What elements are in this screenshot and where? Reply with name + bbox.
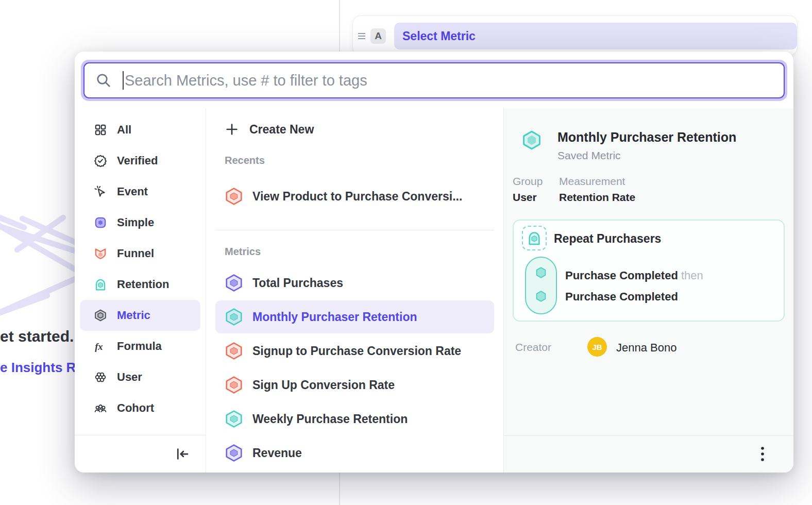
cohort-people-icon (94, 401, 107, 415)
detail-subtitle: Saved Metric (557, 149, 621, 162)
simple-metric-icon (94, 216, 107, 229)
search-icon (96, 73, 111, 88)
sidebar-item-cohort[interactable]: Cohort (75, 393, 206, 424)
retention-metric-hexagon-icon (225, 308, 243, 326)
sidebar-item-label: Cohort (117, 401, 154, 415)
screen: et started. e Insights Re A Select Metri… (0, 0, 812, 505)
creator-avatar: JB (587, 337, 607, 357)
recent-metric-item[interactable]: View Product to Purchase Conversi... (215, 181, 494, 211)
list-divider (215, 230, 494, 230)
metric-item-monthly-purchaser-retention[interactable]: Monthly Purchaser Retention (215, 300, 494, 333)
sidebar-item-label: All (117, 123, 131, 137)
collapse-icon (175, 446, 190, 462)
event-hexagon-icon (534, 266, 548, 279)
create-new-label: Create New (249, 123, 314, 137)
kebab-menu-icon (760, 446, 765, 463)
select-metric-button[interactable]: Select Metric (394, 23, 797, 49)
retention-metric-hexagon-icon (225, 410, 243, 428)
detail-meta: Group User Measurement Retention Rate (513, 175, 635, 204)
metric-picker-modal: All Verified Event (75, 52, 793, 473)
metric-list-column: Create New Recents View Product to Purch… (206, 108, 504, 473)
retention-metric-icon (520, 129, 543, 152)
sidebar-item-verified[interactable]: Verified (75, 145, 206, 176)
card-title: Repeat Purchasers (554, 232, 661, 246)
metrics-section-title: Metrics (225, 246, 503, 259)
formula-icon: fx (94, 340, 107, 353)
sidebar-item-label: Metric (117, 309, 150, 322)
group-label: Group (513, 175, 559, 188)
select-metric-label: Select Metric (402, 29, 476, 43)
sidebar-item-all[interactable]: All (75, 114, 206, 145)
sidebar-item-simple[interactable]: Simple (75, 207, 206, 238)
filter-sidebar: All Verified Event (75, 108, 206, 473)
user-cluster-icon (94, 371, 107, 384)
drag-handle-icon[interactable] (357, 31, 366, 41)
sidebar-item-retention[interactable]: Retention (75, 269, 206, 300)
search-input[interactable] (125, 72, 772, 89)
grid-icon (94, 123, 107, 137)
text-cursor (123, 71, 124, 90)
metric-item-signup-to-purchase[interactable]: Signup to Purchase Conversion Rate (215, 334, 494, 367)
metric-item-label: Sign Up Conversion Rate (252, 378, 395, 392)
metric-letter-badge: A (370, 28, 386, 44)
sidebar-item-metric[interactable]: Metric (80, 300, 200, 331)
sidebar-item-label: Funnel (117, 247, 154, 260)
sidebar-item-user[interactable]: User (75, 362, 206, 393)
creator-name: Jenna Bono (616, 341, 676, 355)
detail-title: Monthly Purchaser Retention (557, 130, 736, 145)
sidebar-item-label: Retention (117, 278, 169, 291)
verified-badge-icon (94, 154, 107, 167)
funnel-metric-hexagon-icon (225, 376, 243, 394)
metric-item-total-purchases[interactable]: Total Purchases (215, 266, 494, 299)
sidebar-item-label: Simple (117, 216, 154, 229)
sidebar-item-label: Formula (117, 340, 162, 353)
measurement-value: Retention Rate (559, 191, 635, 204)
create-new-button[interactable]: Create New (206, 114, 503, 144)
metric-item-sign-up-conversion[interactable]: Sign Up Conversion Rate (215, 368, 494, 401)
repeat-purchasers-icon (522, 226, 547, 250)
event-metric-hexagon-icon (225, 444, 243, 462)
step-event-name: Purchase Completed (565, 269, 678, 282)
measurement-label: Measurement (559, 175, 635, 188)
search-ring (81, 60, 787, 101)
sidebar-item-formula[interactable]: fx Formula (75, 331, 206, 362)
metric-detail-panel: Monthly Purchaser Retention Saved Metric… (504, 108, 793, 473)
search-field[interactable] (83, 62, 785, 98)
funnel-metric-hexagon-icon (225, 187, 243, 206)
more-options-button[interactable] (754, 445, 771, 464)
retention-arch-icon (527, 230, 542, 246)
insights-report-link[interactable]: e Insights Re (0, 360, 83, 376)
get-started-text: et started. (0, 328, 74, 345)
then-word: then (681, 269, 703, 282)
sidebar-item-event[interactable]: Event (75, 176, 206, 207)
plus-icon (225, 122, 239, 137)
sidebar-footer (75, 435, 206, 473)
sidebar-item-label: Event (117, 185, 148, 198)
recents-section-title: Recents (225, 155, 503, 168)
event-hexagon-icon (534, 290, 548, 303)
retention-definition-card: Repeat Purchasers Purchase Completed the… (513, 220, 785, 322)
query-builder-row: A Select Metric (352, 15, 798, 56)
retention-step-2: Purchase Completed (565, 290, 678, 304)
metric-item-revenue[interactable]: Revenue (215, 436, 494, 469)
creator-label: Creator (515, 341, 551, 354)
metric-item-weekly-purchase-retention[interactable]: Weekly Purchase Retention (215, 402, 494, 435)
event-metric-hexagon-icon (225, 274, 243, 292)
detail-footer (504, 435, 793, 473)
metric-item-label: Monthly Purchaser Retention (252, 310, 417, 324)
sidebar-item-funnel[interactable]: Funnel (75, 238, 206, 269)
sidebar-item-label: Verified (117, 154, 158, 167)
svg-text:fx: fx (95, 342, 103, 352)
retention-step-1: Purchase Completed then (565, 269, 703, 282)
step-event-name: Purchase Completed (565, 290, 678, 303)
funnel-metric-hexagon-icon (225, 342, 243, 360)
event-cursor-icon (94, 185, 107, 198)
metric-item-label: Weekly Purchase Retention (252, 412, 408, 426)
metric-item-label: Revenue (252, 446, 302, 460)
retention-icon (94, 278, 107, 291)
collapse-sidebar-button[interactable] (174, 445, 191, 463)
group-value: User (513, 191, 559, 204)
metric-hexagon-icon (94, 309, 107, 322)
metric-item-label: View Product to Purchase Conversi... (252, 190, 462, 204)
sidebar-item-label: User (117, 371, 142, 384)
